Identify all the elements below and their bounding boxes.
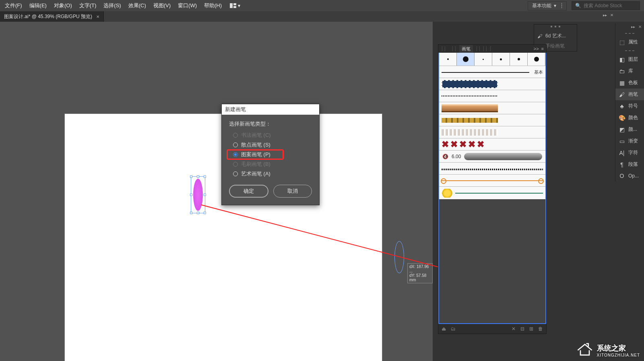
- radio-icon: [233, 162, 238, 167]
- rail-gradient[interactable]: ▭渐变: [615, 135, 644, 147]
- remove-stroke-icon[interactable]: ✕: [512, 326, 516, 332]
- rail-opentype[interactable]: OOp...: [615, 170, 644, 182]
- brush-swatch[interactable]: [439, 53, 457, 66]
- brush-set-icon: 🖌: [537, 33, 542, 39]
- brush-type-art[interactable]: 艺术画笔 (A): [233, 170, 308, 177]
- right-panel-rail: ▸▸✕ ⬚属性 ◧图层 🗀库 ▦色板 🖌画笔 ♣符号 🎨颜色 ◩颜... ▭渐变…: [615, 23, 644, 182]
- menu-window[interactable]: 窗口(W): [175, 0, 200, 11]
- workspace-label: 基本功能: [532, 2, 551, 9]
- search-input[interactable]: [584, 3, 644, 8]
- brush-libraries-icon[interactable]: ⏏: [442, 326, 446, 332]
- symbols-icon: ♣: [619, 103, 625, 109]
- watermark-url: XITONGZHIJIA.NET: [597, 353, 640, 357]
- svg-rect-2: [233, 6, 236, 8]
- brush-icon: 🖌: [619, 91, 625, 98]
- cancel-button[interactable]: 取消: [273, 185, 312, 198]
- brush-swatch[interactable]: [439, 174, 545, 186]
- brush-swatch[interactable]: [510, 53, 528, 66]
- brush-swatch[interactable]: [528, 53, 545, 66]
- canvas-area[interactable]: dX: 187.96 ... dY: 57.58 mm: [0, 22, 433, 361]
- panel-menu-icon[interactable]: ≡: [541, 46, 544, 51]
- close-tab-icon[interactable]: ✕: [96, 14, 99, 19]
- brush-swatch[interactable]: [439, 114, 545, 126]
- menu-text[interactable]: 文字(T): [76, 0, 100, 11]
- brush-swatch[interactable]: [439, 126, 545, 138]
- brush-swatch[interactable]: [492, 53, 510, 66]
- close-icon[interactable]: ✕: [638, 25, 642, 29]
- brush-type-scatter[interactable]: 散点画笔 (S): [233, 141, 308, 149]
- rail-libraries[interactable]: 🗀库: [615, 65, 644, 77]
- brush-swatch[interactable]: [457, 53, 475, 66]
- menu-edit[interactable]: 编辑(E): [26, 0, 50, 11]
- color-icon: 🎨: [619, 115, 625, 121]
- menu-file[interactable]: 文件(F): [2, 0, 25, 11]
- panel-grip[interactable]: [615, 31, 644, 36]
- brush-swatch[interactable]: [439, 90, 545, 102]
- brush-swatch[interactable]: [439, 78, 545, 90]
- rail-layers[interactable]: ◧图层: [615, 54, 644, 65]
- brush-swatch[interactable]: [439, 102, 545, 114]
- brush-options-icon[interactable]: ⊟: [520, 326, 524, 332]
- panel-tab[interactable]: ┆┆: [449, 45, 459, 52]
- app-menubar: 文件(F) 编辑(E) 对象(O) 文字(T) 选择(S) 效果(C) 视图(V…: [0, 0, 644, 11]
- menu-help[interactable]: 帮助(H): [201, 0, 225, 11]
- panel-grip[interactable]: [615, 48, 644, 54]
- ok-button[interactable]: 确定: [229, 185, 268, 198]
- chevron-down-icon: ▾: [238, 3, 240, 8]
- collapse-icon[interactable]: ▸▸: [631, 25, 635, 29]
- rail-brushes[interactable]: 🖌画笔: [615, 89, 644, 100]
- brush-list[interactable]: 基本 ✖✖✖✖✖ 🔇 6.00: [438, 53, 546, 324]
- brush-panel-footer: ⏏ 🗂 ✕ ⊟ ⊞ 🗑: [438, 324, 546, 334]
- panel-tab-brushes[interactable]: 画笔: [459, 45, 473, 53]
- character-icon: A|: [619, 150, 625, 156]
- libraries-icon[interactable]: 🗂: [451, 326, 456, 332]
- brush-swatch[interactable]: ✖✖✖✖✖: [439, 138, 545, 150]
- panel-tab[interactable]: ┆┆ ┆┆ ┆: [473, 45, 494, 52]
- close-icon[interactable]: ✕: [610, 13, 613, 21]
- rail-properties[interactable]: ⬚属性: [615, 36, 644, 48]
- brush-swatch[interactable]: [439, 162, 545, 174]
- workspace-switcher[interactable]: 基本功能 ▾ ┆: [528, 1, 567, 10]
- dialog-title: 新建画笔: [222, 104, 319, 115]
- brush-swatch-basic[interactable]: 基本: [439, 66, 545, 78]
- document-tabbar: 图案设计.ai* @ 45.39% (RGB/GPU 预览) ✕: [0, 11, 644, 22]
- watermark: 系统之家 XITONGZHIJIA.NET: [576, 342, 640, 359]
- new-brush-icon[interactable]: ⊞: [529, 326, 533, 332]
- brush-type-calligraphy: 书法画笔 (C): [233, 132, 308, 139]
- rail-character[interactable]: A|字符: [615, 147, 644, 159]
- delete-brush-icon[interactable]: 🗑: [538, 326, 543, 332]
- arrange-documents-icon[interactable]: ▾: [230, 3, 240, 8]
- colorguide-icon: ◩: [619, 126, 625, 133]
- rail-symbols[interactable]: ♣符号: [615, 100, 644, 112]
- brush-type-bristle: 毛刷画笔 (B): [233, 161, 308, 168]
- adobe-stock-search[interactable]: 🔍: [572, 1, 640, 10]
- dialog-prompt: 选择新画笔类型：: [229, 120, 312, 128]
- brush-value: 6.00: [452, 154, 461, 159]
- rail-colorguide[interactable]: ◩颜...: [615, 124, 644, 135]
- speaker-icon: 🔇: [442, 154, 448, 159]
- rail-swatches[interactable]: ▦色板: [615, 77, 644, 89]
- paragraph-icon: ¶: [619, 161, 625, 168]
- panel-group-controls: ▸▸ ✕: [573, 13, 613, 21]
- rail-color[interactable]: 🎨颜色: [615, 112, 644, 124]
- brush-swatch[interactable]: [475, 53, 492, 66]
- svg-rect-1: [233, 3, 236, 5]
- document-tab[interactable]: 图案设计.ai* @ 45.39% (RGB/GPU 预览) ✕: [0, 11, 104, 22]
- menu-object[interactable]: 对象(O): [51, 0, 75, 11]
- rail-paragraph[interactable]: ¶段落: [615, 159, 644, 170]
- opentype-icon: O: [619, 173, 625, 179]
- collapse-icon[interactable]: ▸▸: [603, 13, 607, 21]
- menu-effect[interactable]: 效果(C): [125, 0, 149, 11]
- layers-icon: ◧: [619, 56, 625, 63]
- brush-type-pattern[interactable]: 图案画笔 (P): [233, 151, 308, 158]
- menu-select[interactable]: 选择(S): [100, 0, 124, 11]
- gradient-icon: ▭: [619, 138, 625, 144]
- brushes-panel: ┆┆ ┆┆ 画笔 ┆┆ ┆┆ ┆ >> ≡ 基本 ✖✖✖✖✖ 🔇: [438, 44, 547, 334]
- menu-view[interactable]: 视图(V): [150, 0, 174, 11]
- svg-rect-0: [230, 3, 233, 8]
- brush-swatch[interactable]: 🔇 6.00: [439, 150, 545, 162]
- library-item[interactable]: 🖌 6d 艺术...: [534, 31, 577, 41]
- brush-swatch[interactable]: [439, 186, 545, 199]
- more-icon[interactable]: >>: [534, 46, 539, 51]
- panel-tab[interactable]: ┆┆: [438, 45, 449, 52]
